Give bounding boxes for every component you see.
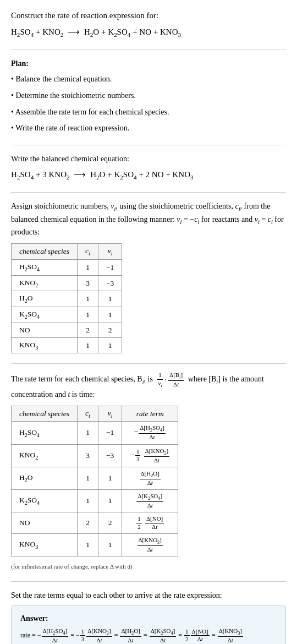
stoich-intro: Assign stoichiometric numbers, νi, using… bbox=[11, 200, 286, 238]
divider-4 bbox=[11, 363, 286, 364]
rate-expression: rate = − Δ[H2SO4] Δt = − 1 3 Δ[KNO2] Δt … bbox=[20, 627, 277, 644]
plan-item-4: • Write the rate of reaction expression. bbox=[11, 122, 286, 135]
vi-no-1: 2 bbox=[98, 323, 122, 337]
vi-kno2-1: −3 bbox=[98, 275, 122, 291]
col-vi-2: νi bbox=[98, 406, 122, 422]
balanced-reaction: H2SO4 + 3 KNO2 ⟶ H2O + K2SO4 + 2 NO + KN… bbox=[11, 168, 286, 182]
table-row: H2SO4 1 −1 − Δ[H2SO4] Δt bbox=[12, 422, 178, 444]
rate-term-section: The rate term for each chemical species,… bbox=[11, 372, 286, 571]
vi-h2so4-1: −1 bbox=[98, 259, 122, 275]
vi-no-2: 2 bbox=[98, 512, 122, 533]
vi-h2o-1: 1 bbox=[98, 291, 122, 307]
species-no-2: NO bbox=[12, 512, 78, 533]
col-ci-2: ci bbox=[78, 406, 98, 422]
table-row: KNO2 3 −3 bbox=[12, 275, 122, 291]
col-ci-1: ci bbox=[78, 244, 98, 260]
species-h2so4-2: H2SO4 bbox=[12, 422, 78, 444]
stoich-table: chemical species ci νi H2SO4 1 −1 KNO2 3… bbox=[11, 243, 122, 353]
header-section: Construct the rate of reaction expressio… bbox=[11, 9, 286, 40]
table-row: K2SO4 1 1 bbox=[12, 307, 122, 323]
rt-kno2: − 1 3 Δ[KNO2] Δt bbox=[122, 444, 178, 467]
table-row: NO 2 2 bbox=[12, 323, 122, 337]
species-kno2-2: KNO2 bbox=[12, 444, 78, 467]
species-no-1: NO bbox=[12, 323, 78, 337]
ci-kno2-1: 3 bbox=[78, 275, 98, 291]
ci-kno3-1: 1 bbox=[78, 337, 98, 353]
rate-word: rate = bbox=[20, 627, 36, 643]
species-kno2-1: KNO2 bbox=[12, 275, 78, 291]
balanced-eq-section: Write the balanced chemical equation: H2… bbox=[11, 153, 286, 182]
col-species-2: chemical species bbox=[12, 406, 78, 422]
species-h2o-1: H2O bbox=[12, 291, 78, 307]
answer-label: Answer: bbox=[20, 613, 277, 624]
table-row: H2O 1 1 Δ[H2O] Δt bbox=[12, 467, 178, 489]
ci-h2so4-2: 1 bbox=[78, 422, 98, 444]
species-h2o-2: H2O bbox=[12, 467, 78, 489]
plan-label: Plan: bbox=[11, 58, 286, 69]
rt-kno3: Δ[KNO3] Δt bbox=[122, 533, 178, 556]
table-row: KNO2 3 −3 − 1 3 Δ[KNO2] Δt bbox=[12, 444, 178, 467]
plan-section: Plan: • Balance the chemical equation. •… bbox=[11, 58, 286, 135]
construct-title: Construct the rate of reaction expressio… bbox=[11, 9, 286, 22]
rate-formula-delta: Δ[Bi] Δt bbox=[168, 372, 184, 388]
rt-h2so4: − Δ[H2SO4] Δt bbox=[122, 422, 178, 444]
table-row: H2O 1 1 bbox=[12, 291, 122, 307]
vi-h2o-2: 1 bbox=[98, 467, 122, 489]
species-k2so4-2: K2SO4 bbox=[12, 490, 78, 512]
col-species-1: chemical species bbox=[12, 244, 78, 260]
table-row: KNO3 1 1 Δ[KNO3] Δt bbox=[12, 533, 178, 556]
plan-item-1: • Balance the chemical equation. bbox=[11, 73, 286, 86]
ci-kno2-2: 3 bbox=[78, 444, 98, 467]
divider-2 bbox=[11, 145, 286, 145]
table-row: K2SO4 1 1 Δ[K2SO4] Δt bbox=[12, 490, 178, 512]
ci-k2so4-1: 1 bbox=[78, 307, 98, 323]
ci-h2so4-1: 1 bbox=[78, 259, 98, 275]
table-row: NO 2 2 1 2 Δ[NO] Δt bbox=[12, 512, 178, 533]
ci-h2o-1: 1 bbox=[78, 291, 98, 307]
plan-item-3: • Assemble the rate term for each chemic… bbox=[11, 106, 286, 119]
ci-no-1: 2 bbox=[78, 323, 98, 337]
ci-kno3-2: 1 bbox=[78, 533, 98, 556]
table-row: H2SO4 1 −1 bbox=[12, 259, 122, 275]
rt-no: 1 2 Δ[NO] Δt bbox=[122, 512, 178, 533]
vi-k2so4-1: 1 bbox=[98, 307, 122, 323]
set-equal-text: Set the rate terms equal to each other t… bbox=[11, 590, 286, 601]
vi-kno2-2: −3 bbox=[98, 444, 122, 467]
species-kno3-1: KNO3 bbox=[12, 337, 78, 353]
balanced-label: Write the balanced chemical equation: bbox=[11, 153, 286, 165]
col-rateterm: rate term bbox=[122, 406, 178, 422]
rt-k2so4: Δ[K2SO4] Δt bbox=[122, 490, 178, 512]
species-h2so4-1: H2SO4 bbox=[12, 259, 78, 275]
stoich-section: Assign stoichiometric numbers, νi, using… bbox=[11, 200, 286, 353]
ci-k2so4-2: 1 bbox=[78, 490, 98, 512]
small-note: (for infinitesimal rate of change, repla… bbox=[11, 562, 286, 571]
vi-h2so4-2: −1 bbox=[98, 422, 122, 444]
rate-term-intro: The rate term for each chemical species,… bbox=[11, 372, 286, 400]
vi-kno3-1: 1 bbox=[98, 337, 122, 353]
divider-1 bbox=[11, 50, 286, 50]
species-k2so4-1: K2SO4 bbox=[12, 307, 78, 323]
reaction-unbalanced: H2SO4 + KNO2 ⟶ H2O + K2SO4 + NO + KNO3 bbox=[11, 25, 286, 40]
answer-box: Answer: rate = − Δ[H2SO4] Δt = − 1 3 Δ[K… bbox=[11, 605, 286, 644]
table-row: KNO3 1 1 bbox=[12, 337, 122, 353]
answer-section: Set the rate terms equal to each other t… bbox=[11, 590, 286, 644]
rate-formula-frac: 1 νi bbox=[157, 372, 163, 388]
col-vi-1: νi bbox=[98, 244, 122, 260]
rt-h2o: Δ[H2O] Δt bbox=[122, 467, 178, 489]
ci-no-2: 2 bbox=[78, 512, 98, 533]
species-kno3-2: KNO3 bbox=[12, 533, 78, 556]
divider-5 bbox=[11, 581, 286, 582]
rate-table: chemical species ci νi rate term H2SO4 1… bbox=[11, 406, 178, 556]
vi-k2so4-2: 1 bbox=[98, 490, 122, 512]
divider-3 bbox=[11, 192, 286, 193]
vi-kno3-2: 1 bbox=[98, 533, 122, 556]
plan-item-2: • Determine the stoichiometric numbers. bbox=[11, 89, 286, 102]
ci-h2o-2: 1 bbox=[78, 467, 98, 489]
